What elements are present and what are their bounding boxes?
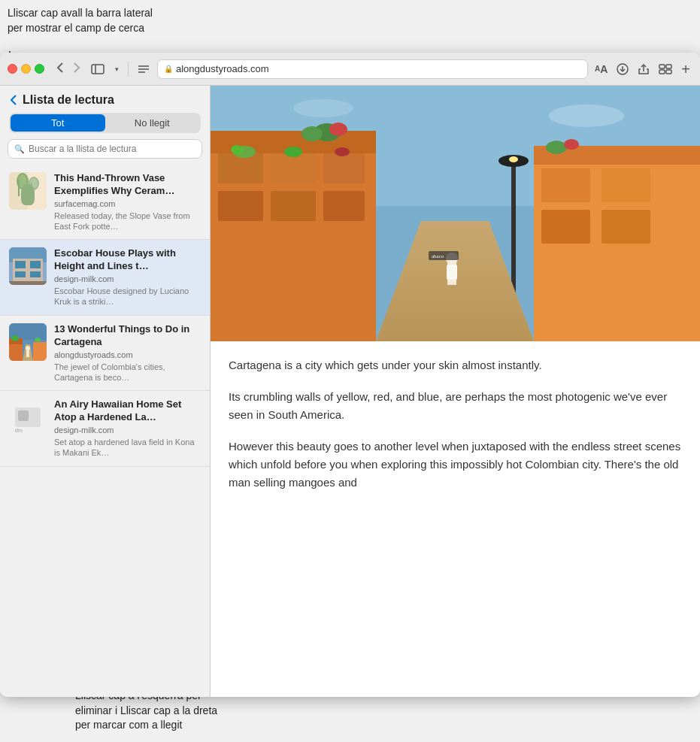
close-button[interactable]: [8, 64, 17, 74]
svg-point-74: [564, 139, 579, 150]
svg-rect-34: [26, 350, 29, 357]
reading-item-title-2: Escobar House Plays with Height and Line…: [54, 247, 201, 273]
svg-rect-26: [30, 271, 41, 277]
sidebar-toggle-button[interactable]: [88, 62, 108, 77]
reading-item-title-4: An Airy Hawaiian Home Set Atop a Hardene…: [54, 398, 201, 424]
svg-rect-59: [541, 210, 590, 244]
reading-list-item-2[interactable]: Escobar House Plays with Height and Line…: [0, 240, 210, 315]
svg-rect-25: [15, 271, 26, 277]
svg-point-64: [509, 156, 518, 162]
text-size-small: A: [595, 65, 600, 73]
reading-list: This Hand-Thrown Vase Exemplifies Why Ce…: [0, 165, 210, 697]
reader-view-button[interactable]: [135, 62, 153, 77]
reading-item-domain-1: surfacemag.com: [54, 199, 201, 208]
svg-rect-27: [9, 281, 47, 285]
reading-item-content-4: An Airy Hawaiian Home Set Atop a Hardene…: [54, 398, 201, 458]
text-size-large: A: [600, 63, 608, 75]
reading-item-desc-4: Set atop a hardened lava field in Kona i…: [54, 437, 201, 459]
svg-rect-9: [666, 65, 671, 68]
svg-rect-32: [33, 342, 47, 361]
minimize-button[interactable]: [21, 64, 31, 74]
reading-item-thumb-2: [9, 247, 47, 285]
svg-point-36: [11, 335, 19, 341]
svg-point-77: [549, 104, 624, 127]
reading-item-desc-2: Escobar House designed by Luciano Kruk i…: [54, 286, 201, 307]
reading-list-item-3[interactable]: 13 Wonderful Things to Do in Cartagena a…: [0, 316, 210, 391]
sidebar-title: Llista de lectura: [23, 93, 114, 107]
reading-list-item-1[interactable]: This Hand-Thrown Vase Exemplifies Why Ce…: [0, 165, 210, 240]
share-button[interactable]: [635, 61, 652, 77]
sidebar-dropdown-button[interactable]: ▾: [112, 64, 122, 74]
reading-item-domain-4: design-milk.com: [54, 426, 201, 435]
annotation-top: Lliscar cap avall la barra lateral per m…: [0, 0, 211, 41]
reading-list-item-4[interactable]: dm An Airy Hawaiian Home Set Atop a Hard…: [0, 391, 210, 466]
new-tab-button[interactable]: +: [679, 59, 692, 79]
reading-item-domain-2: design-milk.com: [54, 274, 201, 283]
svg-point-55: [335, 147, 350, 156]
tab-overview-button[interactable]: [656, 62, 674, 77]
svg-rect-46: [218, 153, 263, 183]
toolbar: ▾ 🔒 alongdustyroads.com AA: [0, 53, 700, 86]
svg-rect-47: [218, 191, 263, 221]
svg-rect-16: [18, 180, 20, 196]
svg-rect-23: [15, 261, 26, 268]
svg-rect-10: [659, 70, 665, 74]
svg-rect-40: [18, 410, 29, 421]
back-button[interactable]: [53, 61, 66, 77]
svg-point-73: [546, 141, 567, 154]
search-input[interactable]: [29, 144, 195, 154]
filter-buttons: Tot No llegit: [9, 113, 201, 133]
maximize-button[interactable]: [35, 64, 44, 74]
svg-text:dm: dm: [15, 428, 23, 433]
content-paragraph-3: However this beauty goes to another leve…: [229, 438, 682, 492]
svg-rect-49: [271, 191, 316, 221]
svg-point-71: [329, 123, 347, 136]
svg-point-72: [302, 126, 323, 141]
url-text: alongdustyroads.com: [176, 63, 269, 74]
filter-all-button[interactable]: Tot: [11, 114, 105, 132]
filter-unread-button[interactable]: No llegit: [105, 114, 200, 132]
reading-item-content-1: This Hand-Thrown Vase Exemplifies Why Ce…: [54, 172, 201, 232]
reading-item-thumb-1: [9, 172, 47, 210]
reading-item-content-2: Escobar House Plays with Height and Line…: [54, 247, 201, 307]
download-button[interactable]: [614, 61, 631, 77]
content-paragraph-1: Cartagena is a city which gets under you…: [229, 356, 682, 374]
reading-item-domain-3: alongdustyroads.com: [54, 350, 201, 359]
sidebar: Llista de lectura Tot No llegit 🔍: [0, 86, 211, 697]
reading-item-desc-1: Released today, the Slope Vase from East…: [54, 210, 201, 232]
svg-rect-19: [31, 182, 32, 195]
svg-rect-8: [659, 65, 665, 68]
text-size-button[interactable]: AA: [592, 62, 610, 77]
content-paragraph-2: Its crumbling walls of yellow, red, and …: [229, 388, 682, 424]
forward-button[interactable]: [71, 61, 83, 77]
hero-image: abaco: [211, 86, 700, 341]
address-bar[interactable]: 🔒 alongdustyroads.com: [157, 59, 588, 79]
search-bar[interactable]: 🔍: [8, 139, 202, 159]
svg-rect-69: [447, 265, 457, 280]
content-text: Cartagena is a city which gets under you…: [211, 341, 700, 520]
svg-rect-0: [92, 65, 104, 74]
sidebar-header: Llista de lectura: [0, 86, 210, 113]
toolbar-divider: [128, 62, 129, 77]
search-icon: 🔍: [14, 144, 25, 154]
svg-point-35: [26, 346, 30, 350]
svg-rect-50: [323, 153, 365, 183]
reading-item-thumb-4: dm: [9, 398, 47, 436]
svg-point-54: [284, 147, 302, 157]
browser-window: ▾ 🔒 alongdustyroads.com AA: [0, 53, 700, 697]
svg-point-37: [35, 338, 41, 342]
sidebar-back-button[interactable]: [9, 95, 18, 105]
reading-item-thumb-3: [9, 323, 47, 361]
lock-icon: 🔒: [164, 65, 173, 73]
svg-rect-58: [541, 168, 590, 202]
reading-item-desc-3: The jewel of Colombia's cities, Cartagen…: [54, 362, 201, 383]
reading-item-title-3: 13 Wonderful Things to Do in Cartagena: [54, 323, 201, 349]
svg-rect-61: [602, 210, 650, 244]
svg-rect-51: [323, 191, 365, 221]
reading-item-content-3: 13 Wonderful Things to Do in Cartagena a…: [54, 323, 201, 383]
content-area: abaco Cartagena is a city which gets und…: [211, 86, 700, 697]
reading-item-title-1: This Hand-Thrown Vase Exemplifies Why Ce…: [54, 172, 201, 198]
svg-point-78: [293, 99, 353, 117]
svg-rect-60: [602, 168, 650, 202]
svg-text:abaco: abaco: [432, 253, 444, 259]
